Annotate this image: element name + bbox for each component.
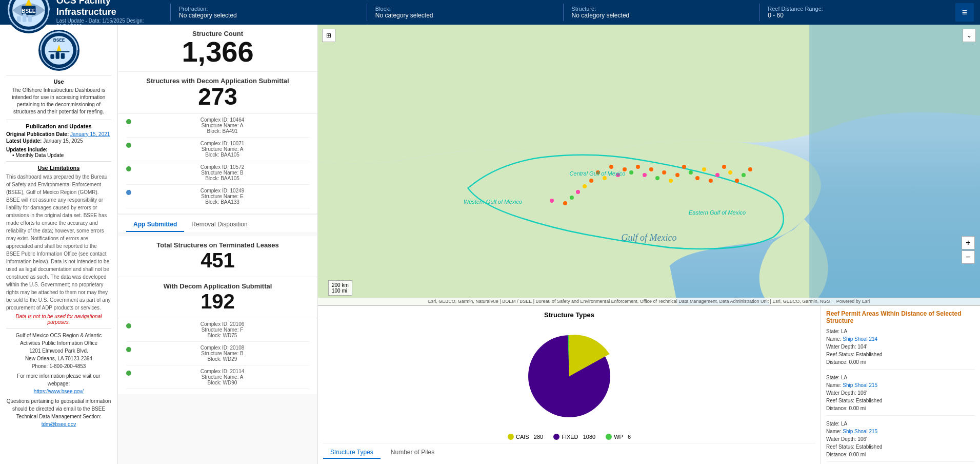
middle-panel: Structure Count 1,366 Structures with De… — [118, 25, 318, 464]
map-data-dot[interactable] — [669, 179, 673, 183]
chart-tabs: Structure Types Number of Piles — [323, 443, 815, 459]
map-data-dot[interactable] — [596, 170, 600, 175]
map-data-dot[interactable] — [715, 173, 719, 177]
warning-text: Data is not to be used for navigational … — [6, 314, 111, 325]
map-data-dot[interactable] — [748, 167, 752, 171]
svg-text:BSEE: BSEE — [22, 8, 36, 14]
map-data-dot[interactable] — [709, 179, 713, 183]
map-data-dot[interactable] — [742, 173, 746, 177]
tab-structure-types[interactable]: Structure Types — [323, 447, 381, 459]
map-data-dot[interactable] — [609, 165, 613, 169]
western-gulf-label: Western Gulf of Mexico — [464, 199, 522, 205]
legend-item: WP 6 — [606, 434, 631, 440]
reef-state-label: State: LA — [826, 328, 847, 334]
terminated-box: Total Structures on Terminated Leases 45… — [118, 236, 317, 277]
map-expand-button[interactable]: ⊞ — [322, 29, 335, 42]
map-data-dot[interactable] — [655, 176, 659, 180]
contact-link[interactable]: https://www.bsee.gov/ — [34, 389, 84, 394]
decom2-box: With Decom Application Submittal 192 — [118, 277, 317, 318]
decom-value: 273 — [126, 85, 309, 108]
block-filter[interactable]: Block: No category selected — [367, 4, 563, 21]
map-data-dot[interactable] — [695, 176, 699, 180]
structure-info: Complex ID: 10249 Structure Name: E Bloc… — [135, 188, 309, 205]
header-menu-button[interactable]: ≡ — [955, 3, 974, 22]
map-data-dot[interactable] — [603, 176, 607, 180]
reef-depth-label: Water Depth: 106' — [826, 390, 867, 396]
svg-rect-16 — [809, 25, 980, 305]
decom2-label: With Decom Application Submittal — [126, 282, 309, 290]
legend-item: FIXED 1080 — [553, 434, 595, 440]
map-data-dot[interactable] — [589, 179, 593, 183]
decom-box: Structures with Decom Application Submit… — [118, 72, 317, 114]
reef-name-label: Name: Ship Shoal 214 — [826, 336, 877, 342]
legend-label: WP 6 — [614, 434, 631, 440]
tab-removal-disposition[interactable]: Removal Disposition — [184, 218, 254, 232]
structure-list-item[interactable]: Complex ID: 20106 Structure Name: F Bloc… — [126, 318, 309, 342]
map-data-dot[interactable] — [689, 170, 693, 175]
reef-item[interactable]: State: LA Name: Ship Shoal 214 Water Dep… — [826, 327, 975, 370]
top-header: BSEE OCS Facility Infrastructure Last Up… — [0, 0, 980, 25]
reef-depth-label: Water Depth: 104' — [826, 344, 867, 350]
map-data-dot[interactable] — [728, 170, 732, 175]
zoom-out-button[interactable]: − — [962, 250, 975, 264]
reef-depth-label: Water Depth: 106' — [826, 436, 867, 442]
reef-item[interactable]: State: LA Name: Ship Shoal 215 Water Dep… — [826, 420, 975, 462]
zoom-in-button[interactable]: + — [962, 236, 975, 249]
reef-distance-filter[interactable]: Reef Distance Range: 0 - 60 — [759, 4, 955, 21]
map-data-dot[interactable] — [550, 199, 554, 203]
protraction-label: Protraction: — [179, 6, 358, 12]
decom2-value: 192 — [126, 290, 309, 313]
powered-by: Powered by Esri — [836, 299, 870, 304]
chart-title: Structure Types — [323, 311, 815, 319]
structure-list-item[interactable]: Complex ID: 20114 Structure Name: A Bloc… — [126, 365, 309, 389]
scale-100mi: 100 mi — [332, 288, 349, 294]
svg-rect-5 — [17, 16, 21, 22]
map-scale-box: 200 km 100 mi — [328, 280, 352, 296]
contact-more: For more information please visit our we… — [6, 372, 111, 388]
structure-list-item[interactable]: Complex ID: 20108 Structure Name: B Bloc… — [126, 342, 309, 365]
block-value: No category selected — [375, 12, 555, 19]
map-background: Western Gulf of Mexico Central Gulf of M… — [318, 25, 980, 305]
map-data-dot[interactable] — [649, 167, 653, 171]
structure-list-item[interactable]: Complex ID: 10464 Structure Name: A Bloc… — [126, 114, 309, 138]
structure-filter[interactable]: Structure: No category selected — [563, 4, 759, 21]
map-data-dot[interactable] — [563, 201, 567, 205]
map-data-dot[interactable] — [722, 165, 726, 169]
reef-distance-label: Distance: 0.00 mi — [826, 452, 866, 457]
contact-email[interactable]: tdm@bsee.gov — [42, 421, 76, 427]
structure-list-item[interactable]: Complex ID: 10572 Structure Name: B Bloc… — [126, 161, 309, 185]
use-title: Use — [6, 79, 111, 85]
map-data-dot[interactable] — [616, 173, 620, 177]
map-zoom-controls: + − — [962, 236, 975, 264]
structure-list-item[interactable]: Complex ID: 10071 Structure Name: A Bloc… — [126, 138, 309, 161]
content-area: Western Gulf of Mexico Central Gulf of M… — [318, 25, 980, 464]
tab-app-submitted[interactable]: App Submitted — [126, 218, 184, 232]
map-data-dot[interactable] — [735, 179, 739, 183]
updates-bullet: • Monthly Data Update — [6, 152, 111, 158]
protraction-filter[interactable]: Protraction: No category selected — [170, 4, 367, 21]
reef-status-label: Reef Status: Established — [826, 444, 883, 450]
structure-list-item[interactable]: Complex ID: 10249 Structure Name: E Bloc… — [126, 185, 309, 208]
tab-number-piles[interactable]: Number of Piles — [384, 447, 442, 459]
map-data-dot[interactable] — [662, 170, 666, 175]
map-data-dot[interactable] — [570, 196, 574, 200]
map-data-dot[interactable] — [583, 184, 587, 188]
map-data-dot[interactable] — [636, 165, 640, 169]
svg-rect-10 — [48, 51, 69, 52]
map-data-dot[interactable] — [675, 173, 679, 177]
bsee-badge: BSEE — [38, 30, 79, 71]
map-data-dot[interactable] — [702, 167, 706, 171]
status-dot — [126, 143, 131, 148]
map-data-dot[interactable] — [629, 170, 633, 175]
status-dot — [126, 166, 131, 171]
attribution-text: Esri, GEBCO, Garmin, NaturalVue | BOEM /… — [428, 299, 830, 304]
use-limitations-title: Use Limitations — [6, 165, 111, 171]
reef-item[interactable]: State: LA Name: Ship Shoal 215 Water Dep… — [826, 374, 975, 416]
map-collapse-button[interactable]: ⌄ — [963, 29, 976, 42]
map-data-dot[interactable] — [623, 167, 627, 171]
map-data-dot[interactable] — [576, 190, 580, 194]
map-data-dot[interactable] — [643, 173, 647, 177]
structure-info: Complex ID: 20108 Structure Name: B Bloc… — [135, 345, 309, 362]
decom-structure-list: Complex ID: 10464 Structure Name: A Bloc… — [118, 114, 317, 214]
map-data-dot[interactable] — [682, 165, 686, 169]
